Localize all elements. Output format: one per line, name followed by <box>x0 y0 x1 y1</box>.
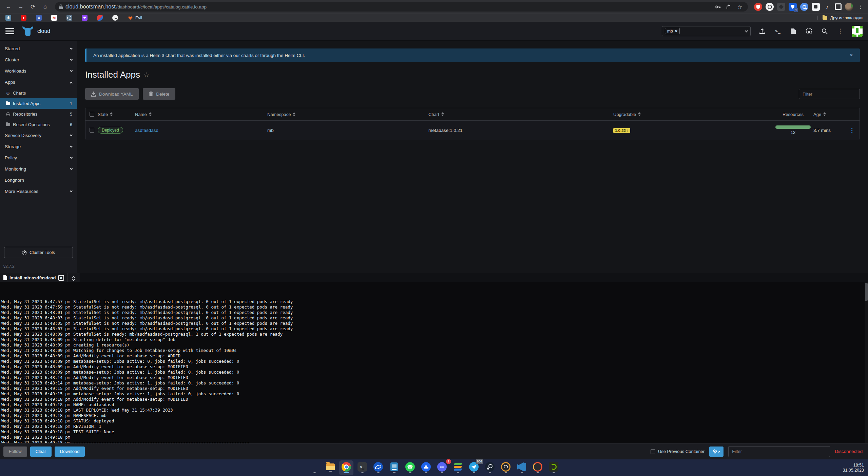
sidebar-item-storage[interactable]: Storage <box>0 141 77 152</box>
puzzle-icon[interactable] <box>812 3 820 11</box>
header-kebab-menu-icon[interactable] <box>836 27 844 35</box>
bookmark-star-icon[interactable]: ☆ <box>736 3 744 11</box>
taskbar-blue-orbit[interactable] <box>371 460 385 475</box>
row-kebab-menu-icon[interactable] <box>849 127 855 134</box>
taskbar-file-explorer[interactable] <box>323 460 337 475</box>
sidebar-item-longhorn[interactable]: Longhorn <box>0 175 77 186</box>
use-previous-container-option[interactable]: Use Previous Container <box>651 449 705 454</box>
cube-ext-icon[interactable] <box>777 3 785 11</box>
taskbar-dial[interactable] <box>499 460 513 475</box>
back-icon[interactable] <box>3 2 14 12</box>
bookmark-gear[interactable] <box>66 15 72 21</box>
search-icon[interactable] <box>821 27 829 35</box>
col-state[interactable]: State <box>98 112 135 117</box>
kubeconfig-file-icon[interactable] <box>789 27 797 35</box>
app-name-link[interactable]: asdfasdasd <box>135 128 158 133</box>
table-filter-input[interactable] <box>799 89 860 99</box>
taskbar-terminal[interactable] <box>355 460 369 475</box>
tab-outline-icon[interactable] <box>835 3 842 10</box>
taskbar-chrome[interactable] <box>339 460 353 475</box>
kubectl-shell-icon[interactable]: >_ <box>774 27 782 35</box>
blue-key-icon[interactable] <box>800 3 808 11</box>
clear-button[interactable]: Clear <box>30 447 52 457</box>
user-avatar[interactable] <box>852 26 863 37</box>
taskbar-notes[interactable] <box>387 460 401 475</box>
select-all-checkbox[interactable] <box>90 112 94 117</box>
follow-button[interactable]: Follow <box>3 447 27 457</box>
password-key-icon[interactable] <box>714 3 722 11</box>
search-tag-chip[interactable]: mb <box>665 28 680 34</box>
tab-close-icon[interactable] <box>58 275 64 281</box>
download-yaml-button[interactable]: Download YAML <box>85 88 139 100</box>
taskbar-vscode[interactable] <box>515 460 529 475</box>
bookmark-clock[interactable] <box>112 15 118 21</box>
bookmark-twitch[interactable] <box>82 15 88 21</box>
other-bookmarks[interactable]: Другие закладки <box>817 16 863 20</box>
favorite-star-icon[interactable]: ☆ <box>143 71 149 79</box>
sidebar-item-apps[interactable]: Apps <box>0 77 77 88</box>
taskbar-telegram[interactable]: 806 <box>467 460 481 475</box>
menu-hamburger-icon[interactable] <box>5 28 14 34</box>
url-bar[interactable]: cloud.bootsman.host/dashboard/c/local/ap… <box>55 2 748 12</box>
sidebar-item-cluster[interactable]: Cluster <box>0 54 77 65</box>
download-log-button[interactable]: Download <box>55 447 85 457</box>
bookmark-youtube[interactable] <box>21 15 26 21</box>
taskbar-layers[interactable] <box>451 460 465 475</box>
sidebar-item-starred[interactable]: Starred <box>0 43 77 54</box>
resource-search-box[interactable]: mb <box>662 26 751 36</box>
sidebar-item-workloads[interactable]: Workloads <box>0 65 77 77</box>
brand[interactable]: cloud <box>22 26 50 36</box>
home-icon[interactable] <box>40 2 50 12</box>
reload-icon[interactable] <box>28 2 38 12</box>
bookmark-red-blue[interactable] <box>97 15 103 21</box>
forward-icon[interactable] <box>16 2 26 12</box>
share-icon[interactable] <box>725 3 733 11</box>
round-ext-icon[interactable] <box>766 3 774 11</box>
delete-button[interactable]: Delete <box>143 88 175 100</box>
sidebar-item-monitoring[interactable]: Monitoring <box>0 163 77 175</box>
playlist-icon[interactable] <box>823 3 831 11</box>
log-filter-input[interactable] <box>728 446 830 457</box>
banner-close-icon[interactable] <box>850 52 853 59</box>
terminal-tab[interactable]: Install mb:asdfasdasd <box>0 273 68 282</box>
bitwarden-icon[interactable]: 1 <box>789 3 797 11</box>
sidebar-item-charts[interactable]: ⊕Charts <box>0 88 77 98</box>
taskbar-steam[interactable] <box>483 460 497 475</box>
import-yaml-icon[interactable] <box>758 27 766 35</box>
terminal-resize-button[interactable] <box>68 273 80 282</box>
remove-tag-icon[interactable] <box>675 28 678 34</box>
bookmark-starburst[interactable] <box>5 15 11 21</box>
col-chart[interactable]: Chart <box>428 112 613 117</box>
col-upgradable[interactable]: Upgradable <box>613 112 773 117</box>
dropdown-chevron-icon[interactable] <box>745 29 748 32</box>
taskbar-start[interactable] <box>307 460 322 475</box>
taskbar-whatsapp[interactable] <box>403 460 417 475</box>
col-namespace[interactable]: Namespace <box>267 112 428 117</box>
log-scrollbar[interactable] <box>865 282 868 443</box>
sidebar-item-service-discovery[interactable]: Service Discovery <box>0 130 77 141</box>
log-scrollbar-thumb[interactable] <box>865 283 868 301</box>
sidebar-item-recent-operations[interactable]: Recent Operations6 <box>0 119 77 130</box>
taskbar-nvidia[interactable] <box>546 460 561 475</box>
sidebar-item-more-resources[interactable]: More Resources <box>0 186 77 197</box>
adblock-icon[interactable] <box>754 3 762 11</box>
profile-avatar-icon[interactable] <box>845 3 853 11</box>
taskbar-clock[interactable]: 18:51 31.05.2023 <box>843 463 864 473</box>
taskbar-discord[interactable]: 1 <box>435 460 449 475</box>
cluster-tools-button[interactable]: Cluster Tools <box>4 247 73 258</box>
sidebar-item-repositories[interactable]: Repositories5 <box>0 109 77 119</box>
bookmark-channel-4[interactable] <box>36 15 42 21</box>
upgradable-chip[interactable]: 1.0.22↑ <box>613 128 630 133</box>
bookmark-gitlab[interactable]: Evil <box>128 15 142 21</box>
copy-kubeconfig-icon[interactable] <box>805 27 813 35</box>
bookmark-gmail[interactable] <box>51 15 57 21</box>
log-settings-button[interactable] <box>709 447 724 457</box>
taskbar-music[interactable] <box>531 460 545 475</box>
col-name[interactable]: Name <box>135 112 267 117</box>
col-age[interactable]: Age <box>813 112 846 117</box>
sidebar-item-policy[interactable]: Policy <box>0 152 77 163</box>
use-previous-checkbox[interactable] <box>651 449 655 454</box>
row-checkbox[interactable] <box>90 128 94 133</box>
menu-icon[interactable]: ⋮ <box>856 3 865 11</box>
taskbar-docker[interactable] <box>419 460 433 475</box>
